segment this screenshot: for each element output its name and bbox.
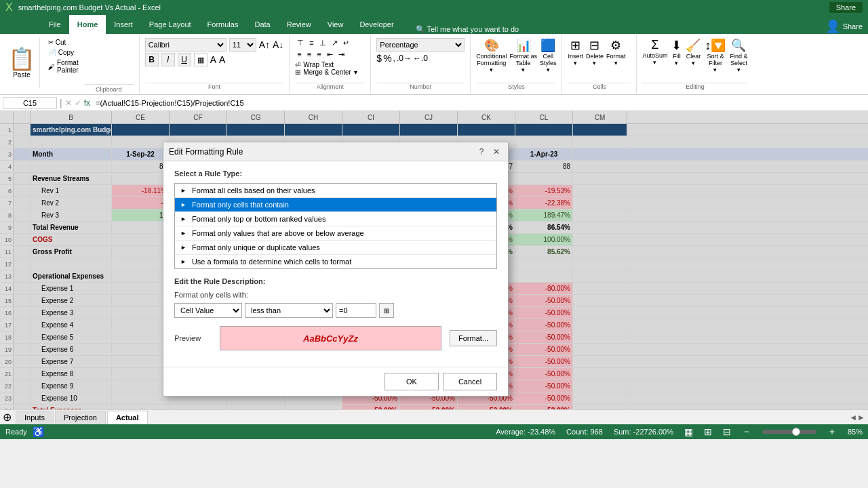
insert-button[interactable]: ⊞Insert▾ — [568, 38, 583, 66]
sheet-tab-projection[interactable]: Projection — [55, 411, 106, 424]
rule-arrow-icon: ► — [180, 201, 186, 208]
comma-button[interactable]: , — [393, 54, 395, 63]
dialog-help-button[interactable]: ? — [475, 146, 488, 158]
format-button[interactable]: ⚙Format▾ — [606, 38, 626, 66]
paste-label[interactable]: Paste — [13, 71, 31, 79]
increase-indent-button[interactable]: ⇥ — [336, 49, 347, 60]
name-box[interactable] — [3, 97, 57, 109]
operator-select[interactable]: less than — [245, 303, 333, 318]
increase-font-button[interactable]: A↑ — [259, 39, 270, 50]
tab-page-layout[interactable]: Page Layout — [141, 15, 199, 34]
format-selects: Cell Value less than ⊞ — [174, 303, 497, 318]
zoom-minus-button[interactable]: － — [742, 426, 751, 438]
scroll-right-button[interactable]: ► — [857, 413, 865, 422]
tab-view[interactable]: View — [319, 15, 352, 34]
format-button[interactable]: Format... — [450, 330, 497, 346]
scroll-left-button[interactable]: ◄ — [849, 413, 857, 422]
fill-button[interactable]: ⬇Fill▾ — [671, 38, 682, 73]
cell-styles-button[interactable]: 🟦 CellStyles▾ — [540, 38, 557, 73]
decrease-font-button[interactable]: A↓ — [273, 39, 283, 50]
align-top-button[interactable]: ⊤ — [295, 38, 306, 48]
sheet-tabs: ⊕ Inputs Projection Actual ◄ ► — [0, 409, 868, 424]
format-painter-button[interactable]: 🖌 Format Painter — [45, 58, 81, 75]
tab-formulas[interactable]: Formulas — [199, 15, 247, 34]
cut-button[interactable]: ✂ Cut — [45, 38, 81, 47]
dialog-title: Edit Formatting Rule — [169, 147, 243, 157]
conditional-formatting-button[interactable]: 🎨 ConditionalFormatting▾ — [476, 38, 507, 73]
autosum-button[interactable]: ΣAutoSum▾ — [642, 38, 667, 73]
condition-type-select[interactable]: Cell Value — [174, 303, 242, 318]
rotate-text-button[interactable]: ↗ — [330, 38, 340, 48]
zoom-thumb — [792, 428, 800, 436]
dialog-footer: OK Cancel — [163, 367, 508, 396]
confirm-formula-button[interactable]: ✓ — [75, 98, 81, 108]
italic-button[interactable]: I — [161, 53, 175, 66]
align-bottom-button[interactable]: ⊥ — [317, 38, 328, 48]
cell-reference-button[interactable]: ⊞ — [379, 303, 394, 318]
find-select-button[interactable]: 🔍Find &Select▾ — [730, 38, 747, 73]
align-right-button[interactable]: ≡ — [315, 49, 323, 60]
formula-input[interactable] — [96, 99, 865, 107]
rule-item-3[interactable]: ► Format only top or bottom ranked value… — [175, 212, 496, 226]
tab-home[interactable]: Home — [69, 15, 106, 34]
dialog-close-button[interactable]: ✕ — [490, 146, 502, 158]
number-format-select[interactable]: Percentage — [376, 38, 465, 52]
increase-decimal-button[interactable]: .0→ — [397, 54, 412, 63]
cancel-button[interactable]: Cancel — [443, 373, 497, 390]
sort-filter-button[interactable]: ↕🔽Sort &Filter▾ — [705, 38, 726, 73]
copy-button[interactable]: 📄 Copy — [45, 48, 81, 57]
fill-color-button[interactable]: A — [210, 54, 216, 65]
rule-item-2[interactable]: ► Format only cells that contain — [175, 198, 496, 212]
accessibility-icon: ♿ — [33, 426, 44, 437]
bold-button[interactable]: B — [145, 53, 159, 66]
dialog-body: Select a Rule Type: ► Format all cells b… — [163, 161, 508, 367]
rule-item-1[interactable]: ► Format all cells based on their values — [175, 184, 496, 198]
tab-data[interactable]: Data — [246, 15, 278, 34]
rule-arrow-icon: ► — [180, 187, 186, 194]
decrease-indent-button[interactable]: ⇤ — [325, 49, 335, 60]
page-break-view-button[interactable]: ⊟ — [723, 426, 731, 437]
decrease-decimal-button[interactable]: ←.0 — [413, 54, 428, 63]
align-middle-button[interactable]: ≡ — [307, 38, 315, 48]
rule-arrow-icon: ► — [180, 244, 186, 251]
ok-button[interactable]: OK — [384, 373, 439, 390]
tab-insert[interactable]: Insert — [106, 15, 141, 34]
spreadsheet: B CE CF CG CH CI CJ CK CL CM 1 smarthelp… — [0, 111, 868, 409]
preview-label: Preview — [174, 334, 212, 342]
page-layout-view-button[interactable]: ⊞ — [704, 426, 712, 437]
align-center-button[interactable]: ≡ — [305, 49, 313, 60]
cancel-formula-button[interactable]: ✕ — [65, 98, 72, 108]
underline-button[interactable]: U — [178, 53, 191, 66]
clear-button[interactable]: 🧹Clear▾ — [686, 38, 701, 73]
rule-item-5[interactable]: ► Format only unique or duplicate values — [175, 241, 496, 255]
wrap-text-button[interactable]: ⏎Wrap Text — [295, 61, 334, 68]
font-size-select[interactable]: 11 — [229, 38, 256, 52]
font-family-select[interactable]: Calibri — [145, 38, 226, 52]
ribbon-group-font: Calibri 11 A↑ A↓ B I U ▦ A A Font — [140, 35, 290, 93]
sheet-tab-actual[interactable]: Actual — [107, 411, 148, 424]
merge-center-button[interactable]: ⊞Merge & Center▾ — [295, 68, 357, 76]
rule-arrow-icon: ► — [180, 258, 186, 265]
zoom-slider[interactable] — [762, 430, 816, 434]
tab-file[interactable]: File — [41, 15, 69, 34]
delete-button[interactable]: ⊟Delete▾ — [586, 38, 604, 66]
rule-item-label: Format only top or bottom ranked values — [192, 215, 326, 223]
tab-review[interactable]: Review — [279, 15, 319, 34]
format-as-table-button[interactable]: 📊 Format asTable▾ — [509, 38, 537, 73]
font-color-button[interactable]: A — [219, 54, 225, 65]
insert-function-button[interactable]: fx — [84, 98, 90, 108]
rule-item-6[interactable]: ► Use a formula to determine which cells… — [175, 255, 496, 268]
sheet-tab-inputs[interactable]: Inputs — [16, 411, 54, 424]
percent-button[interactable]: % — [383, 53, 391, 64]
add-sheet-button[interactable]: ⊕ — [3, 411, 12, 424]
rule-item-4[interactable]: ► Format only values that are above or b… — [175, 226, 496, 241]
align-left-button[interactable]: ≡ — [295, 49, 303, 60]
normal-view-button[interactable]: ▦ — [684, 426, 693, 437]
tab-developer[interactable]: Developer — [351, 15, 401, 34]
border-button[interactable]: ▦ — [194, 53, 208, 66]
currency-button[interactable]: $ — [376, 53, 382, 64]
share-button[interactable]: Share — [829, 2, 863, 13]
zoom-plus-button[interactable]: ＋ — [827, 426, 837, 438]
condition-value-input[interactable] — [336, 303, 376, 318]
indent-button[interactable]: ↵ — [341, 38, 351, 48]
